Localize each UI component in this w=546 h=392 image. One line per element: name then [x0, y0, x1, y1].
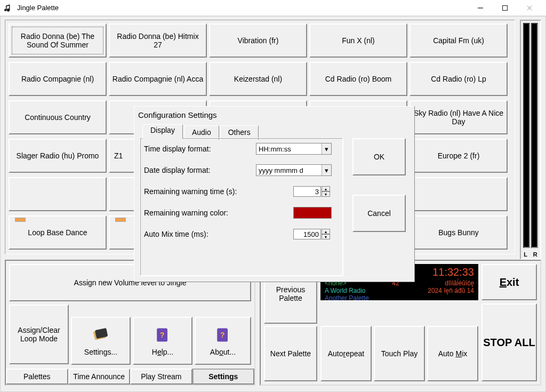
left-tabs: Palettes Time Announce Play Stream Setti…	[6, 369, 254, 385]
svg-rect-1	[503, 5, 508, 10]
jingle-button[interactable]: Fun X (nl)	[309, 23, 407, 58]
lcd-palette-next: Another Palette	[325, 294, 474, 302]
settings-button[interactable]: Settings...	[71, 317, 131, 365]
app-icon	[4, 3, 14, 13]
vu-bar-left	[523, 23, 530, 248]
lcd-date: 2024 îęň áđŭ 14	[428, 287, 474, 294]
spin-down-icon[interactable]: ▼	[322, 234, 330, 239]
loop-indicator-icon	[15, 218, 26, 222]
maximize-button[interactable]	[493, 0, 517, 16]
next-palette-button[interactable]: Next Palette	[264, 326, 317, 381]
spin-up-icon[interactable]: ▲	[322, 186, 330, 191]
warning-color-label: Remaining warning color:	[144, 209, 256, 217]
jingle-button[interactable]: Europe 2 (fr)	[410, 139, 508, 173]
jingle-button[interactable]: Slager Radio (hu) Promo	[9, 139, 107, 173]
jingle-button[interactable]: Capital Fm (uk)	[410, 23, 508, 58]
jingle-button[interactable]: Keizerstad (nl)	[209, 62, 307, 96]
jingle-button[interactable]: Cd Radio (ro) Boom	[309, 62, 407, 96]
loop-mode-label: Assign/Clear Loop Mode	[13, 326, 65, 343]
about-label: About...	[210, 348, 236, 356]
chevron-down-icon[interactable]: ▾	[322, 143, 331, 154]
app-frame: Radio Donna (be) The Sound Of Summer Rad…	[0, 16, 546, 392]
window-title: Jingle Palette	[17, 4, 468, 12]
date-format-value: yyyy mmmm d	[256, 166, 322, 174]
time-format-select[interactable]: HH:mm:ss ▾	[256, 143, 332, 155]
cancel-button[interactable]: Cancel	[352, 195, 406, 232]
autorepeat-button[interactable]: Autorepeat	[320, 326, 372, 381]
jingle-button[interactable]: Radio Compagnie (nl)	[9, 62, 107, 96]
spin-up-icon[interactable]: ▲	[322, 229, 330, 234]
tab-play-stream[interactable]: Play Stream	[130, 369, 192, 385]
jingle-button[interactable]: Vibration (fr)	[209, 23, 307, 58]
chevron-down-icon[interactable]: ▾	[322, 165, 331, 175]
dialog-tab-audio[interactable]: Audio	[184, 125, 219, 140]
auto-mix-button[interactable]: Auto Mix	[427, 326, 478, 381]
help-button[interactable]: ? Help...	[133, 317, 192, 365]
vu-meter: L R	[520, 20, 541, 260]
vu-label-l: L	[524, 251, 527, 258]
dialog-title: Configuration Settings	[138, 110, 217, 119]
ok-button[interactable]: OK	[352, 138, 406, 175]
exit-button[interactable]: Exit	[481, 264, 537, 300]
about-icon: ?	[213, 325, 232, 345]
jingle-button[interactable]	[9, 177, 107, 211]
help-label: Help...	[152, 348, 174, 356]
jingle-button[interactable]: Radio Donna (be) Hitmix 27	[109, 23, 207, 58]
close-button[interactable]	[517, 0, 542, 16]
jingle-button[interactable]: Cd Radio (ro) Lp	[410, 62, 508, 96]
minimize-button[interactable]	[468, 0, 493, 16]
settings-icon	[91, 325, 110, 345]
time-format-value: HH:mm:ss	[256, 145, 322, 153]
loop-mode-button[interactable]: Assign/Clear Loop Mode	[9, 305, 69, 364]
window-controls	[468, 0, 542, 16]
warning-time-label: Remaining warning time (s):	[144, 187, 256, 196]
vu-bar-right	[531, 23, 538, 248]
svg-text:?: ?	[220, 331, 225, 339]
help-icon: ?	[153, 325, 172, 345]
jingle-button[interactable]: Radio Compagnie (nl) Acca	[109, 62, 207, 96]
jingle-button[interactable]	[410, 177, 508, 211]
time-format-label: Time display format:	[144, 145, 256, 153]
jingle-button[interactable]: Bugs Bunny	[410, 215, 508, 250]
lcd-word: dîìlăĺèŭîćę	[445, 279, 474, 287]
automix-time-label: Auto Mix time (ms):	[144, 230, 256, 238]
touch-play-button[interactable]: Touch Play	[374, 326, 425, 381]
tab-settings[interactable]: Settings	[192, 369, 255, 385]
warning-time-input[interactable]	[293, 186, 321, 197]
stop-all-button[interactable]: STOP ALL	[481, 303, 537, 381]
jingle-button[interactable]: Continuous Country	[9, 100, 107, 134]
lcd-time: 11:32:33	[432, 266, 474, 279]
lcd-palette-current: A World Radio	[325, 287, 365, 294]
date-format-label: Date display format:	[144, 166, 256, 174]
jingle-button[interactable]: Radio Donna (be) The Sound Of Summer	[9, 23, 107, 58]
tab-palettes[interactable]: Palettes	[6, 369, 68, 385]
dialog-tab-others[interactable]: Others	[220, 125, 259, 140]
tab-time-announce[interactable]: Time Announce	[68, 369, 131, 385]
loop-indicator-icon	[115, 218, 126, 222]
automix-time-input[interactable]	[293, 229, 321, 239]
settings-label: Settings...	[84, 348, 117, 356]
config-dialog: Configuration Settings Display Audio Oth…	[134, 106, 415, 282]
dialog-display-panel: Time display format: HH:mm:ss ▾ Date dis…	[140, 138, 343, 276]
warning-color-swatch[interactable]	[293, 207, 332, 219]
svg-text:?: ?	[160, 331, 165, 339]
spin-down-icon[interactable]: ▼	[322, 191, 330, 197]
titlebar: Jingle Palette	[0, 0, 546, 16]
dialog-tab-display[interactable]: Display	[142, 124, 183, 139]
svg-rect-5	[95, 328, 108, 339]
jingle-button[interactable]: Sky Radio (nl) Have A Nice Day	[410, 100, 508, 134]
vu-label-r: R	[533, 251, 537, 258]
about-button[interactable]: ? About...	[195, 317, 251, 365]
dialog-tabs: Display Audio Others	[142, 124, 260, 139]
date-format-select[interactable]: yyyy mmmm d ▾	[256, 164, 332, 176]
